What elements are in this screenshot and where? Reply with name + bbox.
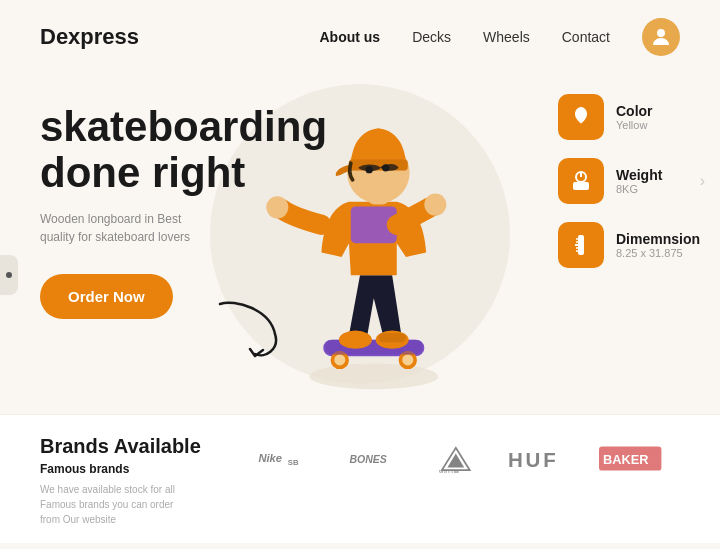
brands-description: We have available stock for all Famous b…	[40, 482, 180, 527]
page-toggle-button[interactable]	[0, 255, 18, 295]
weight-icon	[558, 158, 604, 204]
svg-rect-10	[342, 333, 370, 342]
hero-section: skateboarding done right Wooden longboar…	[0, 74, 720, 414]
hero-title: skateboarding done right	[40, 104, 327, 196]
spec-weight-label: Weight	[616, 167, 662, 183]
navbar: Dexpress About us Decks Wheels Contact	[0, 0, 720, 74]
svg-point-14	[424, 194, 446, 216]
spec-weight-value: 8KG	[616, 183, 662, 195]
nav-about[interactable]: About us	[320, 29, 381, 45]
nav-wheels[interactable]: Wheels	[483, 29, 530, 45]
svg-text:HUF: HUF	[508, 448, 559, 471]
dimension-icon	[558, 222, 604, 268]
svg-point-0	[657, 29, 665, 37]
svg-text:BAKER: BAKER	[603, 452, 649, 467]
svg-point-6	[402, 354, 413, 365]
arrow-doodle	[215, 294, 305, 368]
svg-point-4	[334, 354, 345, 365]
spec-dimension: Dimemnsion 8.25 x 31.875	[558, 222, 700, 268]
hero-specs: Color Yellow Weight 8KG ›	[558, 94, 700, 268]
brand-volcom: VOLCOM	[439, 445, 473, 473]
brands-title: Brands Available	[40, 435, 240, 458]
svg-rect-24	[578, 235, 584, 255]
spec-color: Color Yellow	[558, 94, 700, 140]
spec-dimension-value: 8.25 x 31.875	[616, 247, 700, 259]
brands-info: Brands Available Famous brands We have a…	[40, 435, 240, 527]
brands-logos: Nike SB BONES VOLCOM HUF	[240, 435, 680, 473]
brands-section: Brands Available Famous brands We have a…	[0, 414, 720, 543]
brand-baker: BAKER	[599, 445, 663, 473]
spec-color-label: Color	[616, 103, 653, 119]
brand-bones: BONES	[348, 445, 404, 473]
spec-color-value: Yellow	[616, 119, 653, 131]
svg-rect-11	[378, 333, 406, 342]
spec-color-text: Color Yellow	[616, 103, 653, 131]
nav-links: About us Decks Wheels Contact	[320, 18, 681, 56]
chevron-right-icon: ›	[700, 172, 705, 190]
svg-text:SB: SB	[288, 458, 299, 467]
svg-line-20	[381, 167, 383, 168]
logo: Dexpress	[40, 24, 139, 50]
svg-text:VOLCOM: VOLCOM	[439, 470, 459, 473]
brands-subtitle: Famous brands	[40, 462, 240, 476]
spec-dimension-text: Dimemnsion 8.25 x 31.875	[616, 231, 700, 259]
svg-marker-34	[448, 453, 465, 467]
nav-contact[interactable]: Contact	[562, 29, 610, 45]
svg-text:BONES: BONES	[350, 453, 387, 465]
spec-weight-text: Weight 8KG	[616, 167, 662, 195]
brand-huf: HUF	[508, 445, 564, 473]
toggle-dot	[6, 272, 12, 278]
nav-decks[interactable]: Decks	[412, 29, 451, 45]
order-now-button[interactable]: Order Now	[40, 274, 173, 319]
avatar[interactable]	[642, 18, 680, 56]
svg-point-1	[309, 364, 438, 390]
svg-rect-22	[573, 182, 589, 190]
spec-weight: Weight 8KG ›	[558, 158, 700, 204]
brand-nike: Nike SB	[257, 445, 313, 473]
svg-text:Nike: Nike	[259, 452, 283, 464]
spec-dimension-label: Dimemnsion	[616, 231, 700, 247]
color-icon	[558, 94, 604, 140]
hero-subtitle: Wooden longboard in Best quality for ska…	[40, 210, 210, 246]
